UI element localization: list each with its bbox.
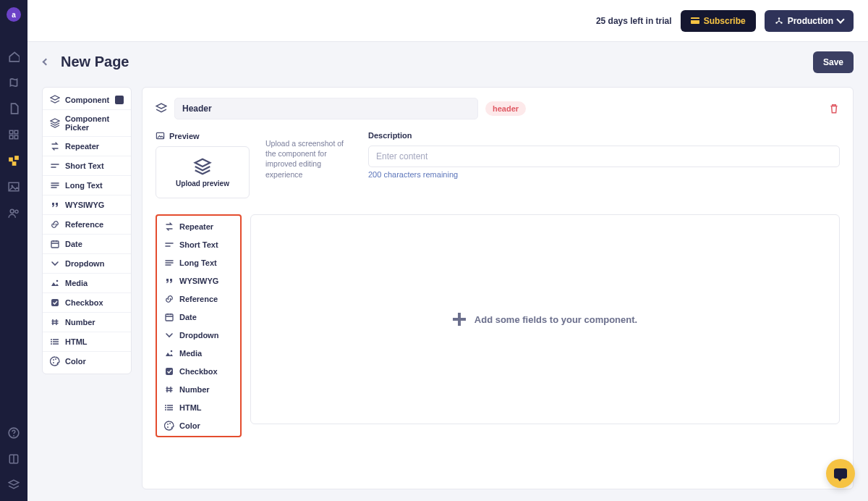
help-icon[interactable] <box>8 427 20 439</box>
save-button[interactable]: Save <box>813 51 854 73</box>
picker-media[interactable]: Media <box>157 344 240 362</box>
field-type-label: Short Text <box>65 161 104 170</box>
checkbox-icon <box>164 366 174 376</box>
picker-repeater[interactable]: Repeater <box>157 217 240 235</box>
nav-rail: a <box>0 0 27 501</box>
media-icon <box>50 278 60 288</box>
grid-icon[interactable] <box>8 129 20 140</box>
picker-label: Repeater <box>179 222 213 231</box>
chevron-down-icon <box>164 330 174 340</box>
subscribe-label: Subscribe <box>704 16 746 26</box>
field-type-label: Component Picker <box>65 114 124 132</box>
upload-preview-box[interactable]: Upload preview <box>156 146 250 198</box>
layers-icon <box>50 95 60 105</box>
repeat-icon <box>164 222 174 232</box>
avatar[interactable]: a <box>7 7 21 22</box>
picker-reference[interactable]: Reference <box>157 290 240 308</box>
subscribe-button[interactable]: Subscribe <box>681 10 756 32</box>
picker-label: Color <box>179 421 200 430</box>
long-text-icon <box>50 180 60 190</box>
hash-icon <box>50 317 60 327</box>
page-header: New Page Save <box>27 42 868 82</box>
field-type-component[interactable]: Component <box>43 90 131 110</box>
chevron-down-icon <box>50 258 60 269</box>
field-type-label: Dropdown <box>65 259 104 268</box>
picker-icon <box>50 118 60 128</box>
home-icon[interactable] <box>8 51 20 62</box>
back-button[interactable] <box>39 56 52 69</box>
chevron-left-icon <box>42 59 49 66</box>
blocks-icon[interactable] <box>8 155 20 167</box>
field-type-html[interactable]: HTML <box>43 332 131 352</box>
layers-icon[interactable] <box>8 479 20 491</box>
field-type-reference[interactable]: Reference <box>43 215 131 235</box>
plus-icon <box>453 313 466 326</box>
field-type-long-text[interactable]: Long Text <box>43 176 131 195</box>
field-type-label: Date <box>65 240 82 248</box>
upload-hint: Upload a screenshot of the component for… <box>265 138 352 180</box>
credit-card-icon <box>691 17 699 24</box>
component-name-input[interactable] <box>174 98 478 119</box>
book-icon[interactable] <box>8 453 20 465</box>
picker-date[interactable]: Date <box>157 308 240 326</box>
field-type-date[interactable]: Date <box>43 235 131 254</box>
calendar-icon <box>50 239 60 249</box>
link-icon <box>50 219 60 230</box>
long-text-icon <box>164 258 174 268</box>
list-icon <box>164 403 174 413</box>
field-type-number[interactable]: Number <box>43 313 131 332</box>
picker-label: Long Text <box>179 258 217 267</box>
field-type-short-text[interactable]: Short Text <box>43 156 131 176</box>
chars-remaining: 200 characters remaining <box>368 170 840 179</box>
picker-label: Number <box>179 385 210 394</box>
collapse-icon[interactable] <box>115 96 124 104</box>
field-type-wysiwyg[interactable]: WYSIWYG <box>43 195 131 215</box>
media-icon <box>164 348 174 358</box>
component-editor: header Preview Upload preview Upload a s… <box>142 87 854 489</box>
page-icon[interactable] <box>8 103 20 114</box>
field-type-label: Reference <box>65 220 103 229</box>
slug-chip: header <box>485 101 526 116</box>
field-type-dropdown[interactable]: Dropdown <box>43 254 131 274</box>
calendar-icon <box>164 312 174 322</box>
field-type-label: Checkbox <box>65 298 103 307</box>
picker-checkbox[interactable]: Checkbox <box>157 362 240 380</box>
field-type-color[interactable]: Color <box>43 352 131 371</box>
picker-label: HTML <box>179 403 202 412</box>
picker-label: Checkbox <box>179 367 218 376</box>
upload-icon <box>192 158 213 175</box>
picker-label: WYSIWYG <box>179 277 218 285</box>
palette-icon <box>50 356 60 366</box>
link-icon <box>164 294 174 304</box>
chat-button[interactable] <box>826 459 855 488</box>
short-text-icon <box>50 161 60 171</box>
list-icon <box>50 337 60 347</box>
field-type-media[interactable]: Media <box>43 274 131 293</box>
picker-html[interactable]: HTML <box>157 398 240 416</box>
picker-label: Short Text <box>179 240 218 249</box>
image-frame-icon <box>156 131 165 140</box>
top-bar: 25 days left in trial Subscribe Producti… <box>27 0 868 42</box>
layers-icon <box>156 103 167 114</box>
checkbox-icon <box>50 298 60 308</box>
component-canvas[interactable]: Add some fields to your component. <box>250 214 840 424</box>
quote-icon <box>50 200 60 210</box>
delete-button[interactable] <box>828 103 840 114</box>
production-dropdown[interactable]: Production <box>765 10 854 32</box>
field-type-checkbox[interactable]: Checkbox <box>43 293 131 313</box>
description-input[interactable] <box>368 146 840 167</box>
picker-number[interactable]: Number <box>157 380 240 398</box>
picker-short-text[interactable]: Short Text <box>157 235 240 253</box>
picker-dropdown[interactable]: Dropdown <box>157 326 240 344</box>
image-icon[interactable] <box>8 181 20 193</box>
blog-icon[interactable] <box>8 77 20 88</box>
users-icon[interactable] <box>8 207 20 219</box>
picker-color[interactable]: Color <box>157 416 240 434</box>
picker-wysiwyg[interactable]: WYSIWYG <box>157 271 240 290</box>
picker-long-text[interactable]: Long Text <box>157 253 240 271</box>
field-type-repeater[interactable]: Repeater <box>43 137 131 156</box>
short-text-icon <box>164 240 174 250</box>
field-type-component-picker[interactable]: Component Picker <box>43 110 131 137</box>
description-label: Description <box>368 131 840 140</box>
page-title: New Page <box>61 54 129 70</box>
